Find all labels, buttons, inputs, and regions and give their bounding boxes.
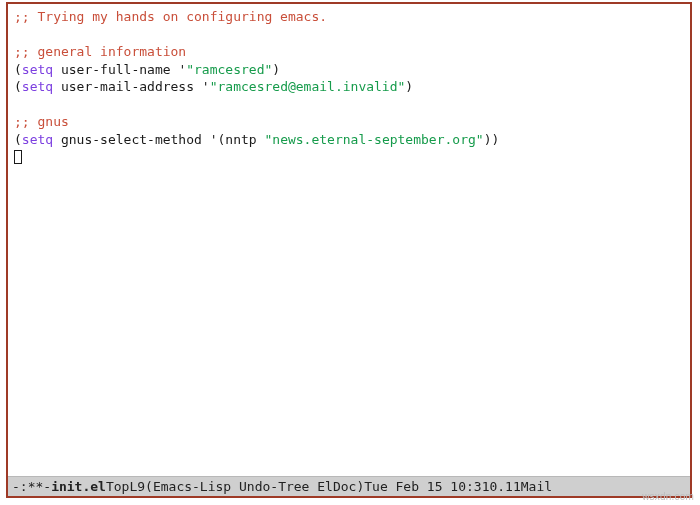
mode-line[interactable]: -:**- init.el Top L9 (Emacs-Lisp Undo-Tr… bbox=[8, 476, 690, 496]
mode-line-linenum: L9 bbox=[129, 478, 145, 496]
text-cursor bbox=[14, 150, 22, 164]
mode-line-status: -:**- bbox=[12, 478, 51, 496]
comment-line: ;; general information bbox=[14, 44, 186, 59]
paren: ) bbox=[272, 62, 280, 77]
comment-line: ;; gnus bbox=[14, 114, 69, 129]
symbol: nntp bbox=[225, 132, 256, 147]
string: "ramcesred" bbox=[186, 62, 272, 77]
watermark: wsxdn.com bbox=[642, 490, 694, 504]
string: "ramcesred@email.invalid" bbox=[210, 79, 406, 94]
editor-area[interactable]: ;; Trying my hands on configuring emacs.… bbox=[8, 4, 690, 476]
paren: ) bbox=[405, 79, 413, 94]
paren: ( bbox=[14, 79, 22, 94]
symbol: gnus-select-method bbox=[61, 132, 202, 147]
comment-line: ;; Trying my hands on configuring emacs. bbox=[14, 9, 327, 24]
mode-line-position: Top bbox=[106, 478, 129, 496]
mode-line-modes: (Emacs-Lisp Undo-Tree ElDoc) bbox=[145, 478, 364, 496]
paren: ( bbox=[14, 62, 22, 77]
keyword: setq bbox=[22, 79, 53, 94]
quote-char: ' bbox=[202, 79, 210, 94]
mode-line-load: 0.11 bbox=[489, 478, 520, 496]
quote-char: ' bbox=[210, 132, 218, 147]
string: "news.eternal-september.org" bbox=[264, 132, 483, 147]
symbol: user-mail-address bbox=[61, 79, 194, 94]
mode-line-datetime: Tue Feb 15 10:31 bbox=[364, 478, 489, 496]
keyword: setq bbox=[22, 62, 53, 77]
paren: )) bbox=[484, 132, 500, 147]
emacs-frame: ;; Trying my hands on configuring emacs.… bbox=[6, 2, 692, 498]
paren: ( bbox=[14, 132, 22, 147]
keyword: setq bbox=[22, 132, 53, 147]
symbol: user-full-name bbox=[61, 62, 171, 77]
buffer-name: init.el bbox=[51, 478, 106, 496]
mode-line-mail: Mail bbox=[521, 478, 552, 496]
